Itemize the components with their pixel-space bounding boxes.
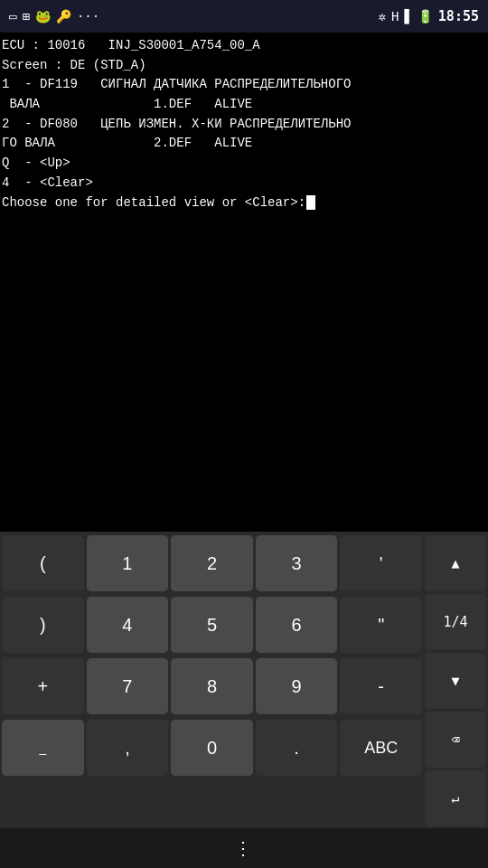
kb-row-3: + 7 8 9 - — [2, 658, 422, 714]
key-8[interactable]: 8 — [171, 658, 253, 714]
keyboard-side-col: ▲ 1/4 ▼ ⌫ ↵ — [425, 535, 486, 826]
bluetooth-icon: ✲ — [379, 9, 386, 24]
more-icon: ··· — [77, 9, 99, 24]
key-3[interactable]: 3 — [256, 535, 338, 591]
terminal-line-1: ECU : 10016 INJ_S30001_A754_00_A — [2, 36, 486, 56]
terminal-line-4: ВАЛА 1.DEF ALIVE — [2, 95, 486, 115]
key-7[interactable]: 7 — [87, 658, 169, 714]
text-cursor — [306, 195, 315, 210]
key-0[interactable]: 0 — [171, 720, 253, 776]
kb-row-4: _ , 0 . ABC — [2, 720, 422, 776]
terminal-line-6: ГО ВАЛА 2.DEF ALIVE — [2, 134, 486, 154]
prompt-text: Choose one for detailed view or <Clear>: — [2, 193, 305, 213]
key-close-paren[interactable]: ) — [2, 597, 84, 653]
frog-icon: 🐸 — [35, 9, 51, 24]
keyboard: ( 1 2 3 ' ) 4 5 6 " + 7 8 9 - — [0, 532, 488, 828]
signal-icon: ▋ — [404, 9, 411, 24]
key-single-quote[interactable]: ' — [340, 535, 422, 591]
key-enter[interactable]: ↵ — [425, 770, 486, 826]
key-underscore[interactable]: _ — [2, 720, 84, 776]
key-1[interactable]: 1 — [87, 535, 169, 591]
key-5[interactable]: 5 — [171, 597, 253, 653]
terminal-line-3: 1 - DF119 СИГНАЛ ДАТЧИКА РАСПРЕДЕЛИТЕЛЬН… — [2, 75, 486, 95]
terminal-prompt-line: Choose one for detailed view or <Clear>: — [2, 193, 486, 213]
terminal-area: ECU : 10016 INJ_S30001_A754_00_A Screen … — [0, 33, 488, 532]
key-double-quote[interactable]: " — [340, 597, 422, 653]
key-period[interactable]: . — [256, 720, 338, 776]
key-4[interactable]: 4 — [87, 597, 169, 653]
clock: 18:55 — [438, 8, 479, 24]
status-right-icons: ✲ H ▋ 🔋 18:55 — [379, 8, 479, 24]
key-page-indicator[interactable]: 1/4 — [425, 594, 486, 650]
terminal-line-5: 2 - DF080 ЦЕПЬ ИЗМЕН. Х-КИ РАСПРЕДЕЛИТЕЛ… — [2, 115, 486, 135]
nav-menu-dots[interactable]: ⋮ — [234, 837, 254, 859]
sim-icon: ⊞ — [22, 9, 29, 24]
battery-icon: ▭ — [9, 9, 16, 24]
terminal-line-2: Screen : DE (STD_A) — [2, 56, 486, 76]
battery-icon2: 🔋 — [418, 9, 433, 24]
key-backspace[interactable]: ⌫ — [425, 712, 486, 768]
key-abc[interactable]: ABC — [340, 720, 422, 776]
key-open-paren[interactable]: ( — [2, 535, 84, 591]
keyboard-main: ( 1 2 3 ' ) 4 5 6 " + 7 8 9 - — [2, 535, 422, 826]
kb-row-1: ( 1 2 3 ' — [2, 535, 422, 591]
key-plus[interactable]: + — [2, 658, 84, 714]
key-arrow-up[interactable]: ▲ — [425, 535, 486, 591]
key-minus[interactable]: - — [340, 658, 422, 714]
key-comma[interactable]: , — [87, 720, 169, 776]
key-icon: 🔑 — [56, 9, 71, 24]
status-left-icons: ▭ ⊞ 🐸 🔑 ··· — [9, 9, 99, 24]
nav-bar: ⋮ — [0, 828, 488, 868]
kb-row-2: ) 4 5 6 " — [2, 597, 422, 653]
key-6[interactable]: 6 — [256, 597, 338, 653]
h-icon: H — [391, 9, 399, 24]
terminal-line-7: Q - <Up> — [2, 154, 486, 174]
status-bar: ▭ ⊞ 🐸 🔑 ··· ✲ H ▋ 🔋 18:55 — [0, 0, 488, 33]
key-2[interactable]: 2 — [171, 535, 253, 591]
key-9[interactable]: 9 — [256, 658, 338, 714]
key-arrow-down[interactable]: ▼ — [425, 653, 486, 709]
terminal-line-8: 4 - <Clear> — [2, 174, 486, 193]
